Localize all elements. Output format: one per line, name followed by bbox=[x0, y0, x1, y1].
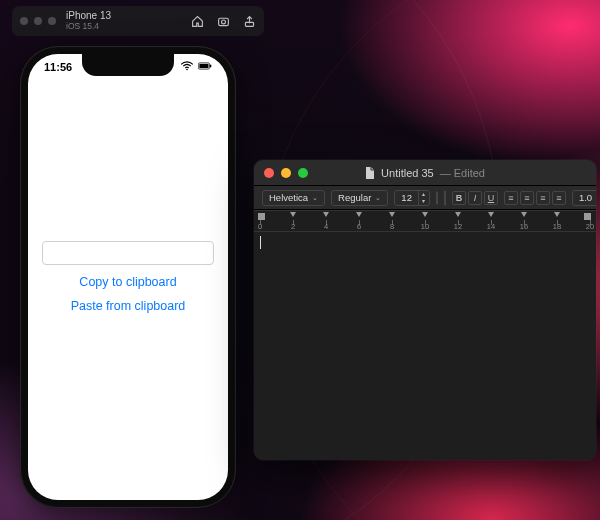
left-indent-marker[interactable] bbox=[258, 213, 265, 220]
wifi-icon bbox=[180, 61, 194, 73]
align-group: ≡ ≡ ≡ ≡ bbox=[504, 191, 566, 205]
iphone-screen: 11:56 Copy to clipboard Paste from clipb… bbox=[28, 54, 228, 500]
align-right-button[interactable]: ≡ bbox=[536, 191, 550, 205]
traffic-lights[interactable] bbox=[264, 168, 308, 178]
svg-rect-0 bbox=[218, 18, 228, 25]
screenshot-icon[interactable] bbox=[216, 14, 230, 28]
tab-stop-icon[interactable] bbox=[554, 212, 560, 217]
copy-button[interactable]: Copy to clipboard bbox=[79, 275, 176, 289]
step-up-icon[interactable]: ▴ bbox=[419, 191, 429, 198]
textedit-titlebar[interactable]: Untitled 35 — Edited bbox=[254, 160, 596, 186]
paste-button[interactable]: Paste from clipboard bbox=[71, 299, 186, 313]
tab-stop-icon[interactable] bbox=[455, 212, 461, 217]
iphone-notch bbox=[82, 54, 174, 76]
bold-button[interactable]: B bbox=[452, 191, 466, 205]
svg-rect-5 bbox=[199, 64, 208, 68]
text-area[interactable] bbox=[254, 232, 596, 460]
line-spacing-stepper[interactable]: 1.0 ▴▾ bbox=[572, 190, 596, 206]
font-style-select[interactable]: Regular⌄ bbox=[331, 190, 388, 206]
home-icon[interactable] bbox=[190, 14, 204, 28]
device-name: iPhone 13 bbox=[66, 10, 111, 21]
traffic-lights-inactive bbox=[20, 17, 56, 25]
text-color-swatch[interactable] bbox=[436, 191, 438, 205]
text-field[interactable] bbox=[42, 241, 214, 265]
italic-button[interactable]: I bbox=[468, 191, 482, 205]
window-title-suffix: — Edited bbox=[440, 167, 485, 179]
tab-stop-icon[interactable] bbox=[521, 212, 527, 217]
app-content: Copy to clipboard Paste from clipboard bbox=[28, 54, 228, 500]
svg-point-1 bbox=[221, 19, 225, 23]
ruler[interactable]: 02468101214161820 bbox=[254, 210, 596, 232]
right-indent-marker[interactable] bbox=[584, 213, 591, 220]
tab-stop-icon[interactable] bbox=[488, 212, 494, 217]
tab-stop-icon[interactable] bbox=[323, 212, 329, 217]
tab-stop-icon[interactable] bbox=[389, 212, 395, 217]
svg-point-3 bbox=[186, 69, 188, 71]
font-family-select[interactable]: Helvetica⌄ bbox=[262, 190, 325, 206]
zoom-icon[interactable] bbox=[298, 168, 308, 178]
tab-stop-icon[interactable] bbox=[356, 212, 362, 217]
text-caret bbox=[260, 236, 261, 249]
bg-color-swatch[interactable] bbox=[444, 191, 446, 205]
iphone-frame: 11:56 Copy to clipboard Paste from clipb… bbox=[20, 46, 236, 508]
device-os: iOS 15.4 bbox=[66, 21, 111, 32]
text-style-group: B I U bbox=[452, 191, 498, 205]
chevron-down-icon: ⌄ bbox=[312, 194, 318, 202]
underline-button[interactable]: U bbox=[484, 191, 498, 205]
export-icon[interactable] bbox=[242, 14, 256, 28]
status-time: 11:56 bbox=[44, 61, 72, 73]
close-icon[interactable] bbox=[264, 168, 274, 178]
minimize-icon[interactable] bbox=[281, 168, 291, 178]
simulator-device-label: iPhone 13 iOS 15.4 bbox=[66, 10, 111, 32]
textedit-toolbar: Helvetica⌄ Regular⌄ 12 ▴▾ B I U ≡ ≡ ≡ ≡ … bbox=[254, 186, 596, 210]
window-title: Untitled 35 bbox=[381, 167, 434, 179]
svg-rect-6 bbox=[210, 65, 211, 68]
align-center-button[interactable]: ≡ bbox=[520, 191, 534, 205]
document-icon bbox=[365, 167, 375, 179]
align-left-button[interactable]: ≡ bbox=[504, 191, 518, 205]
tab-stop-icon[interactable] bbox=[422, 212, 428, 217]
font-size-stepper[interactable]: 12 ▴▾ bbox=[394, 190, 430, 206]
textedit-window: Untitled 35 — Edited Helvetica⌄ Regular⌄… bbox=[254, 160, 596, 460]
chevron-down-icon: ⌄ bbox=[375, 194, 381, 202]
tab-stop-icon[interactable] bbox=[290, 212, 296, 217]
simulator-titlebar: iPhone 13 iOS 15.4 bbox=[12, 6, 264, 36]
battery-icon bbox=[198, 61, 212, 73]
step-down-icon[interactable]: ▾ bbox=[419, 198, 429, 205]
align-justify-button[interactable]: ≡ bbox=[552, 191, 566, 205]
